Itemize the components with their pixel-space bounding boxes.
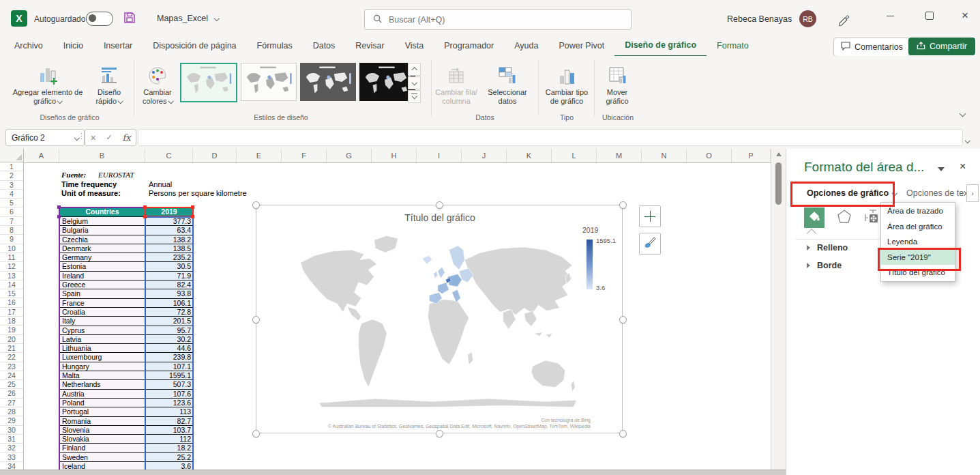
- chart-elements-button[interactable]: [639, 205, 661, 227]
- column-header-C[interactable]: C: [145, 149, 193, 162]
- chart-style-thumbnail-1[interactable]: [180, 63, 237, 102]
- gallery-more-button[interactable]: [408, 90, 421, 103]
- collapse-ribbon-button[interactable]: [960, 108, 965, 120]
- row-header-22[interactable]: 22: [0, 353, 24, 362]
- country-cell[interactable]: Denmark: [59, 244, 145, 253]
- country-cell[interactable]: Greece: [59, 280, 145, 289]
- value-cell[interactable]: 123.6: [145, 399, 193, 407]
- value-cell[interactable]: 112: [145, 435, 193, 444]
- chart-resize-handle[interactable]: [619, 316, 627, 323]
- value-cell[interactable]: 103.7: [145, 426, 193, 435]
- country-cell[interactable]: Italy: [59, 317, 145, 326]
- tab-revisar[interactable]: Revisar: [345, 37, 394, 56]
- column-header-G[interactable]: G: [327, 149, 372, 162]
- value-cell[interactable]: 72.8: [145, 308, 193, 317]
- comments-button[interactable]: Comentarios: [833, 38, 910, 57]
- column-header-F[interactable]: F: [282, 149, 327, 162]
- row-header-11[interactable]: 11: [0, 253, 24, 262]
- value-cell[interactable]: 107.1: [145, 362, 193, 371]
- insert-function-icon[interactable]: fx: [122, 132, 130, 143]
- move-chart-button[interactable]: Mover gráfico: [597, 60, 638, 115]
- value-cell[interactable]: 235.2: [145, 253, 193, 262]
- tab-datos[interactable]: Datos: [303, 37, 346, 56]
- country-cell[interactable]: Malta: [59, 371, 145, 380]
- tab-inicio[interactable]: Inicio: [53, 37, 93, 56]
- value-cell[interactable]: 30.2: [145, 335, 193, 344]
- search-input[interactable]: [387, 14, 608, 25]
- tab-programador[interactable]: Programador: [434, 37, 504, 56]
- country-cell[interactable]: Slovakia: [59, 435, 145, 444]
- column-header-M[interactable]: M: [597, 149, 642, 162]
- vertical-scrollbar[interactable]: [771, 149, 786, 470]
- row-header-27[interactable]: 27: [0, 399, 24, 407]
- dropdown-item-serie-2019[interactable]: Serie "2019": [881, 250, 955, 265]
- row-header-18[interactable]: 18: [0, 317, 24, 326]
- country-cell[interactable]: Belgium: [59, 217, 145, 226]
- chart-style-thumbnail-4[interactable]: [359, 63, 415, 101]
- country-cell[interactable]: Netherlands: [59, 380, 145, 389]
- column-header-D[interactable]: D: [193, 149, 237, 162]
- chart-resize-handle[interactable]: [436, 430, 443, 437]
- tab-text-options[interactable]: Opciones de texto: [906, 188, 975, 198]
- value-cell[interactable]: 44.6: [145, 344, 193, 353]
- column-header-A[interactable]: A: [24, 149, 59, 162]
- row-header-16[interactable]: 16: [0, 298, 24, 307]
- row-header-12[interactable]: 12: [0, 262, 24, 271]
- value-cell[interactable]: 71.9: [145, 272, 193, 280]
- autosave-toggle[interactable]: [86, 12, 113, 26]
- column-header-K[interactable]: K: [507, 149, 552, 162]
- value-cell[interactable]: 377.3: [145, 217, 193, 226]
- row-header-8[interactable]: 8: [0, 226, 24, 235]
- row-header-26[interactable]: 26: [0, 389, 24, 398]
- scroll-up-icon[interactable]: [776, 152, 782, 156]
- row-header-25[interactable]: 25: [0, 380, 24, 389]
- check-icon[interactable]: ✓: [106, 133, 112, 142]
- pane-options-icon[interactable]: [938, 167, 945, 171]
- row-header-5[interactable]: 5: [0, 199, 24, 207]
- save-icon[interactable]: [123, 11, 136, 27]
- expand-formula-bar-button[interactable]: [966, 134, 970, 146]
- change-colors-button[interactable]: Cambiar colores: [136, 60, 179, 115]
- country-cell[interactable]: Portugal: [59, 407, 145, 416]
- chart-resize-handle[interactable]: [436, 201, 443, 209]
- year-header-cell[interactable]: 2019: [145, 207, 193, 217]
- row-header-14[interactable]: 14: [0, 280, 24, 289]
- country-cell[interactable]: Hungary: [59, 362, 145, 371]
- chart-resize-handle[interactable]: [252, 430, 260, 437]
- formula-input[interactable]: [138, 129, 963, 146]
- row-header-20[interactable]: 20: [0, 335, 24, 344]
- section-fill[interactable]: Relleno: [807, 243, 848, 253]
- tab-disposici-n-de-p-gina[interactable]: Disposición de página: [143, 37, 246, 56]
- tab-power-pivot[interactable]: Power Pivot: [548, 37, 614, 56]
- country-cell[interactable]: Germany: [59, 253, 145, 262]
- country-cell[interactable]: Sweden: [59, 453, 145, 462]
- value-cell[interactable]: 63.4: [145, 226, 193, 235]
- quick-layout-button[interactable]: Diseño rápido: [87, 60, 131, 115]
- horizontal-scrollbar[interactable]: [0, 470, 786, 475]
- column-header-O[interactable]: O: [687, 149, 732, 162]
- column-header-H[interactable]: H: [372, 149, 417, 162]
- row-header-28[interactable]: 28: [0, 407, 24, 416]
- value-cell[interactable]: 113: [145, 407, 193, 416]
- value-cell[interactable]: 107.6: [145, 390, 193, 399]
- country-cell[interactable]: Austria: [59, 390, 145, 399]
- tab-ayuda[interactable]: Ayuda: [504, 37, 548, 56]
- row-header-19[interactable]: 19: [0, 326, 24, 334]
- dropdown-item-rea-del-gr-fico[interactable]: Área del gráfico: [881, 219, 955, 235]
- workbook-name[interactable]: Mapas_Excel: [157, 14, 218, 23]
- close-button[interactable]: ×: [949, 0, 980, 31]
- country-cell[interactable]: Slovenia: [59, 426, 145, 435]
- chart-resize-handle[interactable]: [619, 430, 627, 437]
- map-chart[interactable]: Título del gráfico: [256, 205, 623, 433]
- row-header-4[interactable]: 4: [0, 190, 24, 199]
- tab-archivo[interactable]: Archivo: [4, 37, 53, 56]
- avatar[interactable]: RB: [799, 10, 816, 27]
- pane-close-icon[interactable]: ×: [960, 160, 966, 173]
- fill-line-tab[interactable]: [804, 207, 825, 228]
- row-header-33[interactable]: 33: [0, 453, 24, 462]
- dropdown-item-leyenda[interactable]: Leyenda: [881, 234, 955, 250]
- country-cell[interactable]: France: [59, 299, 145, 308]
- country-cell[interactable]: Finland: [59, 444, 145, 452]
- countries-header-cell[interactable]: Countries: [59, 207, 145, 217]
- value-cell[interactable]: 82.7: [145, 417, 193, 426]
